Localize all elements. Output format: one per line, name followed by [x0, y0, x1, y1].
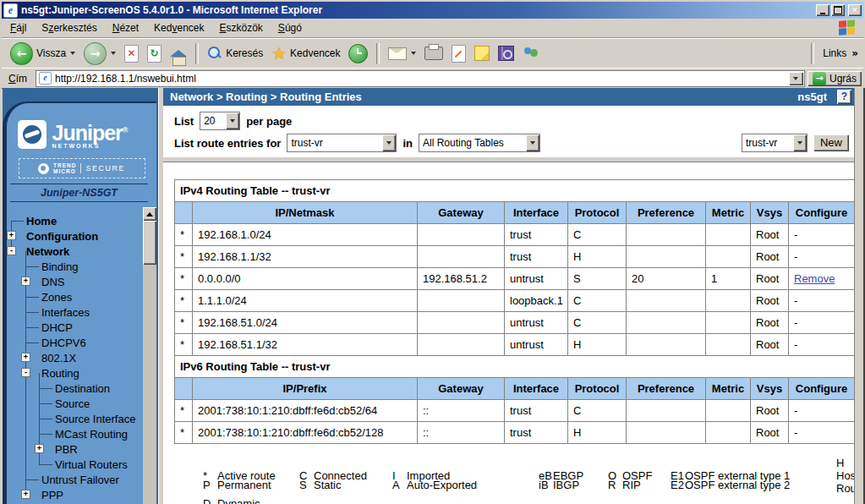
- select-arrow-button[interactable]: [526, 134, 539, 151]
- per-page-select[interactable]: 20: [200, 112, 240, 130]
- legend-symbol: P: [203, 479, 217, 491]
- home-icon: [170, 50, 187, 57]
- sidebar-item-source-interface[interactable]: Source Interface: [7, 411, 156, 426]
- tree-expander[interactable]: +: [21, 277, 30, 286]
- back-dropdown-icon[interactable]: [70, 52, 75, 55]
- links-band[interactable]: Links »: [808, 43, 858, 64]
- menu-item-kedvencek[interactable]: Kedvencek: [146, 19, 211, 37]
- legend-symbol: A: [392, 479, 407, 491]
- sidebar-item-pbr[interactable]: +PBR: [7, 441, 156, 457]
- messenger-button[interactable]: [519, 44, 545, 63]
- sidebar-item-destination[interactable]: Destination: [7, 381, 156, 396]
- select-arrow-button[interactable]: [226, 112, 239, 129]
- table-cell: Root: [751, 224, 789, 246]
- table-cell: [418, 224, 505, 246]
- table-row: *192.168.1.0/24trustCRoot-: [175, 224, 855, 246]
- notes-button[interactable]: [471, 44, 493, 63]
- scrollbar-up-button[interactable]: [143, 207, 156, 221]
- sidebar-item-interfaces[interactable]: Interfaces: [7, 304, 156, 320]
- search-button[interactable]: Keresés: [204, 44, 266, 63]
- select-arrow-button[interactable]: [793, 134, 807, 151]
- forward-dropdown-icon[interactable]: [111, 52, 116, 55]
- legend-item: iBIBGP: [539, 479, 608, 491]
- sidebar-scrollbar[interactable]: [143, 207, 156, 504]
- sidebar-item-label: Virtual Routers: [55, 458, 128, 471]
- sidebar-item-routing[interactable]: -Routing: [7, 365, 156, 381]
- help-button[interactable]: ?: [837, 90, 851, 104]
- table-section-title: IPv6 Routing Table -- trust-vr: [175, 356, 855, 378]
- menu-item-s-g[interactable]: Súgó: [271, 19, 309, 37]
- column-header: Interface: [505, 202, 568, 224]
- back-button[interactable]: ← Vissza: [7, 41, 79, 67]
- legend-label: Dynamic: [217, 497, 260, 504]
- sidebar-item-home[interactable]: Home: [7, 213, 156, 228]
- sidebar-item-configuration[interactable]: +Configuration: [7, 228, 156, 244]
- tree-expander[interactable]: +: [21, 353, 30, 362]
- forward-button[interactable]: →: [80, 41, 119, 67]
- sidebar-item-ppp[interactable]: +PPP: [7, 487, 156, 502]
- window-title: ns5gt:Juniper-ScreenOS 5.4.0r1.0 - Micro…: [21, 4, 814, 16]
- table-row: *2001:738:10:1:210:dbff:fe6d:cb52/64::tr…: [175, 400, 855, 422]
- sidebar-item-dhcp[interactable]: DHCP: [7, 320, 156, 335]
- column-header: Protocol: [568, 202, 627, 224]
- edit-button[interactable]: [448, 43, 469, 64]
- tree-expander[interactable]: -: [7, 246, 16, 255]
- stop-button[interactable]: ✕: [121, 43, 142, 64]
- select-arrow-button[interactable]: [382, 134, 396, 151]
- sidebar-item-dns[interactable]: +DNS: [7, 274, 156, 289]
- table-row: *192.168.1.1/32trustHRoot-: [175, 246, 855, 268]
- new-button[interactable]: New: [813, 134, 849, 151]
- tree-connector: [25, 342, 39, 343]
- sidebar-item-network[interactable]: -Network: [7, 244, 156, 259]
- sidebar-item-mcast-routing[interactable]: MCast Routing: [7, 426, 156, 441]
- sidebar-item-label: Zones: [41, 291, 72, 304]
- sidebar-item-virtual-routers[interactable]: Virtual Routers: [7, 457, 156, 472]
- menu-item-n-zet[interactable]: Nézet: [105, 19, 146, 37]
- table-cell: [418, 334, 505, 356]
- address-dropdown-button[interactable]: [789, 72, 803, 85]
- sidebar-item-untrust-failover[interactable]: Untrust Failover: [7, 472, 156, 487]
- go-button[interactable]: → Ugrás: [808, 71, 862, 86]
- table-cell: [627, 224, 706, 246]
- tree-expander[interactable]: -: [21, 368, 30, 377]
- table-cell: [706, 246, 751, 268]
- tree-expander[interactable]: +: [35, 444, 44, 453]
- trend-micro-badge: TRENDMICRO SECURE: [19, 158, 145, 178]
- scrollbar-thumb[interactable]: [143, 221, 156, 265]
- table-row: *2001:738:10:1:210:dbff:fe6d:cb52/128::t…: [175, 422, 855, 444]
- new-vrouter-select[interactable]: trust-vr: [742, 134, 808, 152]
- links-chevron-icon[interactable]: »: [851, 48, 858, 58]
- menu-item-szerkeszt-s[interactable]: Szerkesztés: [34, 19, 104, 37]
- routing-tables-select[interactable]: All Routing Tables: [419, 134, 540, 152]
- remove-link[interactable]: Remove: [794, 272, 835, 285]
- maximize-button[interactable]: [831, 4, 845, 16]
- sidebar-item-source[interactable]: Source: [7, 396, 156, 411]
- minimize-button[interactable]: [816, 4, 829, 16]
- print-button[interactable]: [421, 45, 446, 62]
- research-button[interactable]: [495, 44, 517, 63]
- favorites-button[interactable]: ★ Kedvencek: [268, 43, 343, 63]
- close-button[interactable]: ✕: [848, 4, 862, 16]
- refresh-button[interactable]: ↻: [144, 43, 165, 64]
- sidebar-item-label: MCast Routing: [55, 428, 128, 441]
- home-button[interactable]: [167, 48, 190, 58]
- sidebar-item-dhcpv6[interactable]: DHCPV6: [7, 335, 156, 350]
- table-cell: [706, 422, 751, 444]
- print-icon: [424, 47, 443, 60]
- arrow-up-icon: [146, 212, 153, 216]
- menu-item-eszk-z-k[interactable]: Eszközök: [211, 19, 270, 37]
- tree-expander[interactable]: +: [21, 490, 30, 499]
- sidebar-item-label: Destination: [55, 382, 110, 395]
- mail-dropdown-icon[interactable]: [411, 52, 416, 55]
- menu-item-f-jl[interactable]: Fájl: [3, 19, 34, 37]
- table-cell: [627, 290, 706, 312]
- mail-button[interactable]: [385, 46, 419, 62]
- history-button[interactable]: [345, 42, 371, 65]
- address-input[interactable]: e http://192.168.1.1/nswebui.html: [36, 70, 805, 87]
- vrouter-select[interactable]: trust-vr: [287, 134, 397, 152]
- tree-expander[interactable]: +: [7, 231, 16, 240]
- sidebar-item-802-1x[interactable]: +802.1X: [7, 350, 156, 365]
- sidebar-item-zones[interactable]: Zones: [7, 289, 156, 304]
- sidebar-item-binding[interactable]: Binding: [7, 259, 156, 274]
- sidebar-item-label: Configuration: [26, 230, 98, 243]
